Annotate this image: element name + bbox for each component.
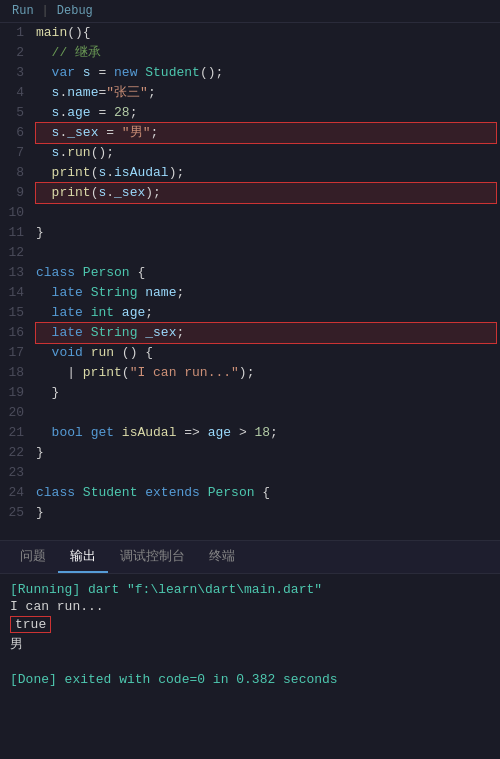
code-line-23 — [36, 463, 496, 483]
tab-terminal[interactable]: 终端 — [197, 541, 247, 573]
debug-button[interactable]: Debug — [57, 4, 93, 18]
code-line-7: s.run(); — [36, 143, 496, 163]
terminal-line-running: [Running] dart "f:\learn\dart\main.dart" — [10, 582, 490, 597]
code-editor: Run | Debug 12345 678910 1112131415 1617… — [0, 0, 500, 540]
terminal-line-2: I can run... — [10, 599, 490, 614]
code-line-1: main(){ — [36, 23, 496, 43]
terminal-line-4: 男 — [10, 635, 490, 653]
code-line-22: } — [36, 443, 496, 463]
editor-toolbar: Run | Debug — [0, 0, 500, 23]
code-line-13: class Person { — [36, 263, 496, 283]
code-line-10 — [36, 203, 496, 223]
code-line-15: late int age; — [36, 303, 496, 323]
code-line-12 — [36, 243, 496, 263]
terminal-done-text: [Done] exited with code=0 in 0.382 secon… — [10, 672, 338, 687]
code-line-6: s._sex = "男"; — [36, 123, 496, 143]
tab-problems[interactable]: 问题 — [8, 541, 58, 573]
code-line-14: late String name; — [36, 283, 496, 303]
line-numbers: 12345 678910 1112131415 1617181920 21222… — [0, 23, 32, 523]
terminal-output: [Running] dart "f:\learn\dart\main.dart"… — [0, 574, 500, 759]
code-line-16: late String _sex; — [36, 323, 496, 343]
code-line-3: var s = new Student(); — [36, 63, 496, 83]
code-line-19: } — [36, 383, 496, 403]
run-button[interactable]: Run — [12, 4, 34, 18]
terminal-sex-text: 男 — [10, 637, 23, 652]
code-line-2: // 继承 — [36, 43, 496, 63]
terminal-running-text: [Running] dart "f:\learn\dart\main.dart" — [10, 582, 322, 597]
tab-output[interactable]: 输出 — [58, 541, 108, 573]
code-line-25: } — [36, 503, 496, 523]
toolbar-sep: | — [42, 4, 49, 18]
tab-debug-console[interactable]: 调试控制台 — [108, 541, 197, 573]
code-line-4: s.name="张三"; — [36, 83, 496, 103]
code-line-9: print(s._sex); — [36, 183, 496, 203]
terminal-line-done: [Done] exited with code=0 in 0.382 secon… — [10, 672, 490, 687]
terminal-line-5 — [10, 655, 490, 670]
code-line-24: class Student extends Person { — [36, 483, 496, 503]
code-line-21: bool get isAudal => age > 18; — [36, 423, 496, 443]
terminal-line-3: true — [10, 616, 490, 633]
terminal-panel: 问题 输出 调试控制台 终端 [Running] dart "f:\learn\… — [0, 540, 500, 759]
code-line-20 — [36, 403, 496, 423]
code-line-5: s.age = 28; — [36, 103, 496, 123]
code-line-18: | print("I can run..."); — [36, 363, 496, 383]
code-line-17: void run () { — [36, 343, 496, 363]
terminal-canrun-text: I can run... — [10, 599, 104, 614]
terminal-true-badge: true — [10, 616, 51, 633]
code-lines: main(){ // 继承 var s = new Student(); s.n… — [32, 23, 500, 523]
tab-bar: 问题 输出 调试控制台 终端 — [0, 541, 500, 574]
code-line-11: } — [36, 223, 496, 243]
code-content: 12345 678910 1112131415 1617181920 21222… — [0, 23, 500, 523]
code-line-8: print(s.isAudal); — [36, 163, 496, 183]
